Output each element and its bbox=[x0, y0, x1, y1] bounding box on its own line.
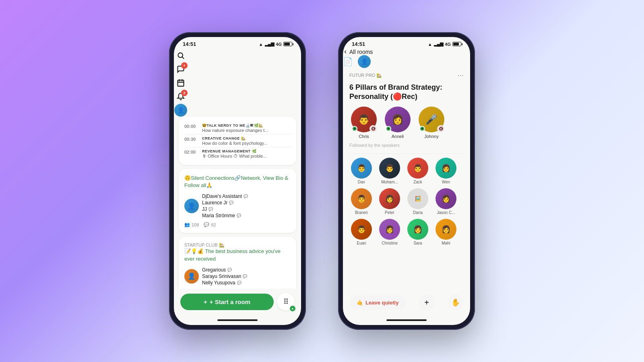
audience-zack: 👨 Zack bbox=[406, 158, 430, 184]
speakers-section: 👨 ★ 🔇 Chris 👩 ★ Anneli bbox=[349, 107, 464, 139]
home-indicator-1 bbox=[217, 319, 258, 321]
plus-icon-room: + bbox=[424, 298, 429, 307]
profile-avatar-1[interactable]: 👤 bbox=[174, 103, 188, 117]
schedule-info-3: REVENUE MANAGEMENT 🌿 🎙 Office Hours ⏱ Wh… bbox=[202, 149, 291, 158]
speaker-chris: 👨 ★ 🔇 Chris bbox=[349, 107, 378, 139]
bottom-bar-1: + + Start a room ⠿ ● bbox=[174, 289, 301, 317]
audience-name-muham: Muham... bbox=[381, 180, 398, 184]
mic-icon-3: 💬 bbox=[208, 207, 213, 211]
svg-rect-2 bbox=[178, 80, 184, 86]
speaker-avatar-wrap-chris: 👨 ★ 🔇 bbox=[351, 107, 377, 132]
startup-club-name: STARTUP CLUB 🏡 bbox=[184, 243, 225, 248]
room-club-name: FUTUR PRO 🏡 bbox=[349, 73, 382, 78]
chat-icon[interactable]: + bbox=[174, 62, 188, 76]
audience-name-mahi: Mahi bbox=[442, 241, 450, 245]
silent-connections-card[interactable]: 🙃Silent Connections🔗Network, View Bio & … bbox=[179, 169, 296, 233]
mic-icon-2: 💬 bbox=[229, 201, 233, 205]
room-bottom-bar: 🤙 Leave quietly + ✋ bbox=[343, 290, 470, 317]
status-right-1: ▲ ▂▄▆ 4G bbox=[259, 41, 292, 47]
room-header: All rooms 📄 👤 bbox=[343, 49, 470, 68]
schedule-info-2: CREATIVE CHANGE 🏡 How do color & font ps… bbox=[202, 136, 291, 146]
back-button[interactable]: All rooms bbox=[343, 49, 470, 55]
audience-avatar-mahi: 👩 bbox=[436, 219, 456, 240]
raise-hand-icon: ✋ bbox=[451, 298, 460, 307]
host-avatar-1: 👤 bbox=[184, 199, 199, 213]
start-room-button[interactable]: + + Start a room bbox=[180, 294, 274, 310]
followed-label: Followed by the speakers bbox=[349, 143, 464, 148]
host-name-3: JJ 💬 bbox=[202, 206, 291, 212]
schedule-item-1[interactable]: 00:00 🤓TALK NERDY TO ME🔬🛠🌿🏡 How nature e… bbox=[184, 122, 291, 135]
audience-daria: 🖼️ Daria bbox=[406, 188, 430, 215]
audience-avatar-euan: 👨 bbox=[351, 219, 372, 240]
audience-name-jason: Jason C... bbox=[437, 210, 455, 215]
startup-club-title: 📝💡💰 The best business advice you've ever… bbox=[184, 248, 291, 262]
audience-christine: 👩 Christine bbox=[378, 219, 402, 245]
status-right-2: ▲ ▂▄▆ 4G bbox=[428, 41, 461, 47]
network-label-1: 4G bbox=[276, 42, 282, 47]
startup-mic-1: 💬 bbox=[227, 268, 232, 272]
startup-host-2: Sarayu Srinivasan 💬 bbox=[202, 273, 291, 280]
schedule-club-3: REVENUE MANAGEMENT 🌿 bbox=[202, 149, 291, 153]
audience-dan: 👨 Dan bbox=[349, 158, 374, 184]
audience-avatar-christine: 👩 bbox=[379, 219, 400, 240]
schedule-club-1: 🤓TALK NERDY TO ME🔬🛠🌿🏡 bbox=[202, 123, 291, 128]
phone-screen-2: 14:51 ▲ ▂▄▆ 4G All rooms 📄 👤 bbox=[343, 37, 470, 325]
audience-name-euan: Euan bbox=[357, 241, 366, 245]
location-icon-2: ▲ bbox=[428, 42, 432, 47]
comment-count: 💬 92 bbox=[204, 222, 216, 227]
schedule-time-2: 00:30 bbox=[184, 137, 198, 142]
audience-euan: 👨 Euan bbox=[349, 219, 374, 245]
audience-avatar-muham: 👨 bbox=[379, 158, 400, 179]
speaker-johnny: 🎤 ★ 🔇 Johnny bbox=[417, 107, 446, 139]
raise-hand-button[interactable]: ✋ bbox=[448, 294, 464, 311]
mic-icon-4: 💬 bbox=[237, 214, 241, 218]
startup-hosts: 👤 Gregarious 💬 Sarayu Srinivasan 💬 Nelly… bbox=[184, 267, 291, 286]
chat-badge: + bbox=[181, 62, 188, 69]
profile-avatar-2[interactable]: 👤 bbox=[358, 55, 371, 68]
location-icon: ▲ bbox=[259, 42, 263, 47]
phone-2: 14:51 ▲ ▂▄▆ 4G All rooms 📄 👤 bbox=[338, 32, 475, 330]
audience-avatar-peter: 👩 bbox=[379, 188, 400, 209]
audience-avatar-wen: 👩 bbox=[436, 158, 456, 179]
grid-badge: ● bbox=[290, 306, 295, 311]
leave-emoji: 🤙 bbox=[357, 300, 363, 306]
schedule-item-2[interactable]: 00:30 CREATIVE CHANGE 🏡 How do color & f… bbox=[184, 135, 291, 148]
startup-host-1: Gregarious 💬 bbox=[202, 267, 291, 273]
audience-name-branen: Branen bbox=[355, 210, 368, 215]
leave-quietly-button[interactable]: 🤙 Leave quietly bbox=[349, 296, 406, 310]
status-time-1: 14:51 bbox=[183, 41, 196, 47]
bell-icon[interactable]: 2 bbox=[174, 90, 188, 103]
speaker-name-anneli: Anneli bbox=[392, 134, 404, 139]
audience-wen: 👩 Wen bbox=[434, 158, 458, 184]
listener-count: 👥 108 bbox=[184, 222, 199, 227]
more-button[interactable]: ··· bbox=[458, 71, 464, 80]
search-icon[interactable] bbox=[174, 49, 188, 62]
calendar-icon[interactable] bbox=[174, 76, 188, 90]
startup-host-names: Gregarious 💬 Sarayu Srinivasan 💬 Nelly Y… bbox=[202, 267, 291, 286]
audience-muham: 👨 Muham... bbox=[378, 158, 402, 184]
signal-icon-2: ▂▄▆ bbox=[434, 41, 444, 47]
speaker-avatar-wrap-anneli: 👩 ★ bbox=[385, 107, 411, 132]
divider bbox=[349, 153, 464, 154]
bell-badge: 2 bbox=[181, 90, 188, 96]
note-icon[interactable]: 📄 bbox=[343, 57, 353, 66]
status-time-2: 14:51 bbox=[352, 41, 365, 47]
host-name-4: Maria Strömme 💬 bbox=[202, 212, 291, 219]
startup-club-card[interactable]: STARTUP CLUB 🏡 📝💡💰 The best business adv… bbox=[179, 237, 296, 289]
home-indicator-2 bbox=[386, 319, 427, 321]
nav-bar-1: + 2 👤 bbox=[174, 49, 301, 117]
grid-button[interactable]: ⠿ ● bbox=[277, 293, 295, 311]
leave-label: Leave quietly bbox=[365, 300, 398, 306]
add-button[interactable]: + bbox=[419, 294, 435, 311]
status-bar-1: 14:51 ▲ ▂▄▆ 4G bbox=[174, 37, 301, 49]
svg-line-1 bbox=[182, 57, 184, 59]
network-label-2: 4G bbox=[445, 42, 451, 47]
room-stats: 👥 108 💬 92 bbox=[184, 222, 291, 227]
schedule-title-1: How nature exposure changes t... bbox=[202, 128, 291, 133]
audience-avatar-dan: 👨 bbox=[351, 158, 372, 179]
schedule-item-3[interactable]: 02:00 REVENUE MANAGEMENT 🌿 🎙 Office Hour… bbox=[184, 148, 291, 160]
room-header-actions: 📄 👤 bbox=[343, 55, 470, 68]
audience-sara: 👩 Sara bbox=[406, 219, 430, 245]
audience-name-wen: Wen bbox=[442, 180, 450, 184]
room-club-badge: FUTUR PRO 🏡 bbox=[349, 73, 382, 78]
